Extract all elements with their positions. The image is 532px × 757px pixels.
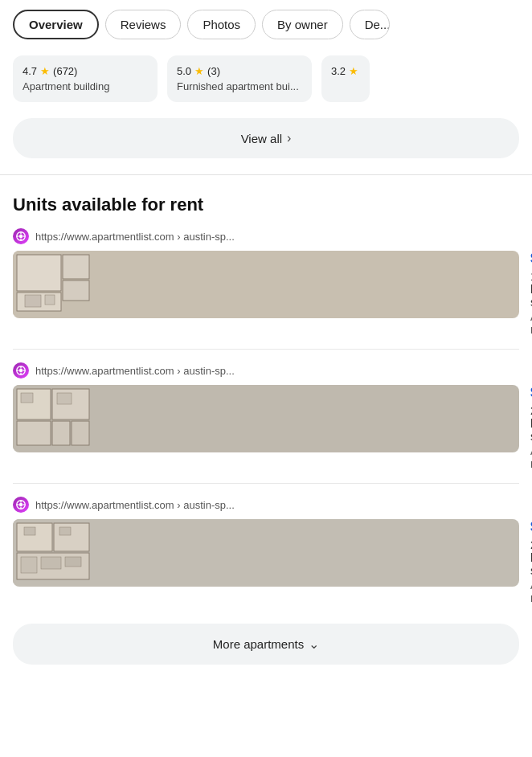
more-btn-container: More apartments ⌄ bbox=[0, 617, 532, 684]
tab-more[interactable]: De... bbox=[350, 10, 390, 39]
star-icon-2: ★ bbox=[194, 65, 204, 77]
svg-rect-8 bbox=[63, 255, 89, 279]
more-apartments-label: More apartments bbox=[213, 637, 304, 651]
apartmentlist-logo-icon-2 bbox=[15, 365, 27, 376]
svg-point-28 bbox=[19, 503, 23, 506]
svg-rect-25 bbox=[21, 393, 33, 403]
card-1-type: Apartment building bbox=[23, 80, 148, 92]
units-section: Units available for rent https://www.apa… bbox=[0, 178, 532, 617]
source-url-3: https://www.apartmentlist.com › austin-s… bbox=[35, 499, 235, 511]
card-2-type: Furnished apartment bui... bbox=[177, 80, 302, 92]
section-divider bbox=[0, 174, 532, 175]
svg-rect-7 bbox=[17, 255, 61, 291]
svg-rect-22 bbox=[17, 421, 51, 445]
listing-image-1 bbox=[13, 251, 519, 318]
svg-rect-23 bbox=[52, 421, 70, 445]
view-all-button[interactable]: View all › bbox=[13, 118, 519, 158]
svg-rect-37 bbox=[21, 557, 37, 573]
more-apartments-button[interactable]: More apartments ⌄ bbox=[13, 624, 519, 665]
card-1-rating: 4.7 ★ (672) bbox=[23, 65, 148, 77]
svg-rect-12 bbox=[45, 295, 55, 305]
listing-item-3[interactable]: $1,499/mo 2 beds · 1 bath · 985 sqft Ava… bbox=[13, 519, 519, 617]
tab-overview[interactable]: Overview bbox=[13, 10, 99, 39]
listing-image-3 bbox=[13, 519, 519, 587]
svg-rect-38 bbox=[41, 557, 61, 569]
apartmentlist-logo-icon-3 bbox=[15, 499, 27, 510]
view-all-label: View all bbox=[241, 132, 282, 145]
card-2-score: 5.0 bbox=[177, 65, 191, 77]
star-icon-1: ★ bbox=[40, 65, 50, 77]
listing-source-3: https://www.apartmentlist.com › austin-s… bbox=[13, 497, 519, 513]
svg-rect-40 bbox=[24, 527, 35, 535]
property-card-3[interactable]: 3.2 ★ bbox=[321, 55, 370, 102]
units-title: Units available for rent bbox=[13, 194, 519, 215]
card-3-score: 3.2 bbox=[331, 65, 346, 77]
svg-rect-11 bbox=[25, 295, 41, 307]
tab-by-owner[interactable]: By owner bbox=[262, 10, 343, 39]
svg-rect-24 bbox=[72, 421, 89, 445]
listing-separator-1 bbox=[13, 349, 519, 350]
svg-point-14 bbox=[19, 369, 23, 372]
apartmentlist-logo-icon-1 bbox=[15, 231, 27, 242]
chevron-right-icon: › bbox=[287, 131, 291, 145]
listing-item-2[interactable]: $1,599/mo 2 beds · 2 baths · 1005 sqft A… bbox=[13, 385, 519, 483]
property-card-1[interactable]: 4.7 ★ (672) Apartment building bbox=[13, 55, 158, 102]
listing-item-1[interactable]: $1,199/mo 1 bed · 1 bath · 681 sqft Avai… bbox=[13, 251, 519, 349]
source-url-2: https://www.apartmentlist.com › austin-s… bbox=[35, 365, 235, 377]
listing-separator-2 bbox=[13, 483, 519, 484]
tab-reviews[interactable]: Reviews bbox=[105, 10, 182, 39]
card-3-rating: 3.2 ★ bbox=[331, 65, 360, 77]
source-icon-2 bbox=[13, 362, 29, 378]
svg-rect-9 bbox=[63, 280, 89, 301]
card-1-score: 4.7 bbox=[23, 65, 37, 77]
view-all-container: View all › bbox=[0, 115, 532, 171]
svg-rect-41 bbox=[59, 527, 71, 535]
card-2-count: (3) bbox=[207, 65, 220, 77]
tab-photos[interactable]: Photos bbox=[187, 10, 256, 39]
floor-plan-svg-3 bbox=[13, 519, 93, 583]
svg-point-1 bbox=[19, 235, 23, 238]
source-icon-3 bbox=[13, 497, 29, 513]
property-card-2[interactable]: 5.0 ★ (3) Furnished apartment bui... bbox=[167, 55, 312, 102]
card-2-rating: 5.0 ★ (3) bbox=[177, 65, 302, 77]
svg-rect-39 bbox=[65, 557, 81, 567]
star-icon-3: ★ bbox=[349, 65, 358, 77]
card-1-count: (672) bbox=[53, 65, 77, 77]
listing-source-1: https://www.apartmentlist.com › austin-s… bbox=[13, 228, 519, 244]
floor-plan-svg-1 bbox=[13, 251, 93, 315]
svg-rect-26 bbox=[57, 393, 72, 404]
source-url-1: https://www.apartmentlist.com › austin-s… bbox=[35, 231, 235, 243]
listing-source-2: https://www.apartmentlist.com › austin-s… bbox=[13, 362, 519, 378]
listing-image-2 bbox=[13, 385, 519, 452]
svg-rect-35 bbox=[54, 523, 89, 551]
nav-tabs: Overview Reviews Photos By owner De... bbox=[0, 0, 532, 49]
property-cards-row: 4.7 ★ (672) Apartment building 5.0 ★ (3)… bbox=[0, 49, 532, 115]
chevron-down-icon: ⌄ bbox=[309, 636, 319, 652]
source-icon-1 bbox=[13, 228, 29, 244]
floor-plan-svg-2 bbox=[13, 385, 93, 449]
